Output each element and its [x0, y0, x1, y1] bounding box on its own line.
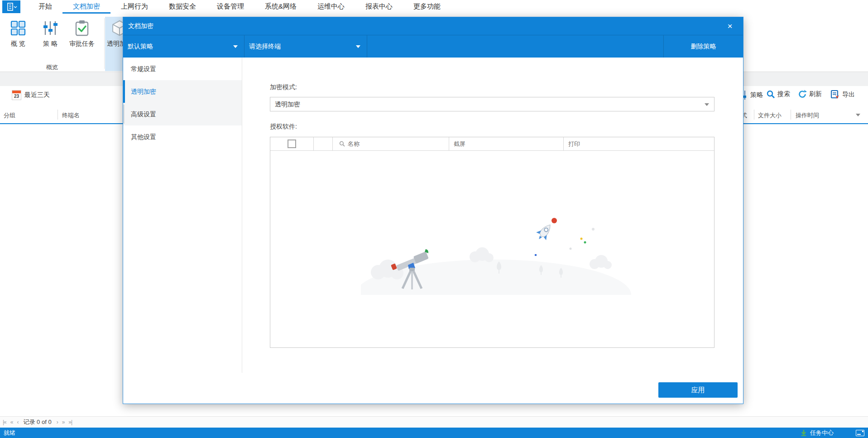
column-header-screenshot[interactable]: 截屏 — [449, 137, 564, 150]
sliders-icon — [42, 19, 59, 37]
terminal-selector-value: 请选择终端 — [249, 43, 281, 51]
dialog-title: 文档加密 — [128, 22, 153, 29]
window-icon[interactable] — [856, 430, 864, 436]
icon-column — [314, 137, 333, 150]
chevron-down-icon — [233, 45, 238, 48]
menu-item-system-network[interactable]: 系统&网络 — [254, 0, 307, 14]
policy-selector-value: 默认策略 — [128, 43, 153, 51]
empty-state-illustration — [361, 204, 633, 295]
grid-overview-icon — [10, 19, 27, 37]
column-divider — [58, 110, 58, 120]
terminal-selector-dropdown[interactable]: 请选择终端 — [245, 35, 367, 58]
menu-item-device-mgmt[interactable]: 设备管理 — [206, 0, 254, 14]
column-divider — [754, 110, 754, 120]
ribbon-item-approval-tasks[interactable]: 审批任务 — [65, 18, 99, 48]
nav-item-advanced-settings[interactable]: 高级设置 — [123, 103, 242, 125]
refresh-icon — [798, 90, 807, 99]
close-icon[interactable]: × — [724, 17, 736, 35]
ribbon-item-overview[interactable]: 概 览 — [1, 18, 35, 48]
column-divider — [791, 110, 791, 120]
status-ready-text: 就绪 — [4, 429, 15, 437]
menu-item-ops-center[interactable]: 运维中心 — [307, 0, 355, 14]
task-center-link[interactable]: 任务中心 — [810, 429, 834, 437]
nav-item-other-settings[interactable]: 其他设置 — [123, 125, 242, 148]
select-all-checkbox[interactable] — [288, 140, 296, 148]
menu-item-web-behavior[interactable]: 上网行为 — [110, 0, 158, 14]
tool-refresh[interactable]: 刷新 — [798, 90, 822, 99]
search-icon — [339, 141, 345, 147]
recent-three-days-filter[interactable]: 23 最近三天 — [12, 90, 50, 100]
tool-label: 搜索 — [777, 90, 790, 98]
ribbon-group-label: 概览 — [0, 63, 104, 72]
dialog-title-bar: 文档加密 × — [123, 17, 743, 35]
software-table-body-empty — [270, 151, 714, 348]
menu-item-report-center[interactable]: 报表中心 — [355, 0, 403, 14]
encryption-mode-select[interactable]: 透明加密 — [270, 97, 715, 111]
column-header-name[interactable]: 名称 — [333, 137, 449, 150]
column-header-optime[interactable]: 操作时间 — [796, 111, 819, 120]
status-bar: 就绪 任务中心 — [0, 428, 868, 438]
tool-label: 策略 — [750, 91, 763, 99]
menu-item-more-functions[interactable]: 更多功能 — [403, 0, 451, 14]
ribbon-group-divider — [104, 18, 105, 69]
column-header-group[interactable]: 分组 — [4, 111, 15, 120]
pagination-prev-group-button[interactable]: « — [10, 419, 13, 425]
dialog-body: 常规设置 透明加密 高级设置 其他设置 加密模式: 透明加密 授权软件: — [123, 58, 743, 404]
tool-label: 刷新 — [809, 90, 822, 98]
doc-encryption-dialog: 文档加密 × 默认策略 请选择终端 删除策略 常规设置 透明加密 高级设置 其他… — [123, 17, 743, 404]
pagination-next-button[interactable]: › — [57, 419, 58, 425]
dialog-sidebar-nav: 常规设置 透明加密 高级设置 其他设置 — [123, 58, 242, 373]
menu-item-start[interactable]: 开始 — [28, 0, 62, 14]
encryption-mode-value: 透明加密 — [275, 101, 300, 108]
toolbar-spacer — [367, 35, 663, 58]
app-list-icon — [5, 2, 17, 11]
software-table-header: 名称 截屏 打印 — [270, 137, 714, 151]
pagination-prev-button[interactable]: ‹ — [17, 419, 18, 425]
encryption-mode-label: 加密模式: — [270, 83, 297, 91]
pagination-bar: |« « ‹ 记录 0 of 0 › » »| — [0, 416, 868, 428]
ribbon-item-label: 审批任务 — [65, 40, 99, 48]
menu-item-doc-encryption[interactable]: 文档加密 — [62, 0, 110, 14]
chevron-down-icon[interactable] — [856, 114, 860, 116]
search-icon — [766, 90, 775, 99]
menu-item-data-security[interactable]: 数据安全 — [158, 0, 206, 14]
apply-button[interactable]: 应用 — [658, 382, 738, 398]
ribbon-item-policy[interactable]: 策 略 — [33, 18, 67, 48]
pagination-last-button[interactable]: »| — [68, 419, 72, 425]
tool-search[interactable]: 搜索 — [766, 90, 790, 99]
recent-filter-label: 最近三天 — [24, 91, 50, 99]
authorized-software-label: 授权软件: — [270, 123, 297, 131]
clipboard-check-icon — [73, 19, 91, 37]
column-header-terminal[interactable]: 终端名 — [62, 111, 80, 120]
dialog-toolbar: 默认策略 请选择终端 删除策略 — [123, 35, 743, 58]
tool-label: 导出 — [842, 91, 855, 99]
tool-export[interactable]: 导出 — [830, 90, 855, 99]
record-count-text: 记录 0 of 0 — [23, 418, 51, 426]
pagination-next-group-button[interactable]: » — [62, 419, 65, 425]
chevron-down-icon — [356, 45, 360, 48]
main-menu: 开始 文档加密 上网行为 数据安全 设备管理 系统&网络 运维中心 报表中心 更… — [28, 0, 451, 14]
authorized-software-table: 名称 截屏 打印 — [270, 137, 715, 348]
policy-selector-dropdown[interactable]: 默认策略 — [123, 35, 245, 58]
delete-policy-button[interactable]: 删除策略 — [663, 35, 743, 58]
nav-item-transparent-encryption[interactable]: 透明加密 — [123, 80, 242, 103]
ribbon-item-label: 概 览 — [1, 40, 35, 48]
pagination-first-button[interactable]: |« — [3, 419, 6, 425]
column-header-name-label: 名称 — [348, 140, 360, 148]
chevron-down-icon — [705, 103, 709, 106]
select-all-column — [270, 137, 314, 150]
app-menu-button[interactable] — [2, 0, 20, 13]
download-arrow-icon — [801, 429, 807, 436]
nav-item-general-settings[interactable]: 常规设置 — [123, 58, 242, 80]
ribbon-item-label: 策 略 — [33, 40, 67, 48]
column-header-filesize[interactable]: 文件大小 — [758, 111, 782, 120]
column-header-print[interactable]: 打印 — [564, 137, 714, 150]
calendar-icon: 23 — [12, 90, 21, 100]
export-file-icon — [830, 90, 840, 99]
menu-bar: 开始 文档加密 上网行为 数据安全 设备管理 系统&网络 运维中心 报表中心 更… — [0, 0, 868, 14]
